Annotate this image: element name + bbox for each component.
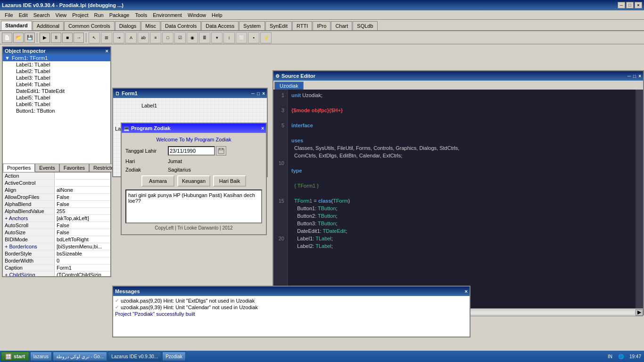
tree-expander[interactable]: ▼ <box>5 55 10 61</box>
taskbar-item-lazarus[interactable]: lazarus <box>30 352 52 361</box>
panel-tool[interactable]: ▪ <box>248 32 259 43</box>
form1-label1: Label1 <box>141 103 157 108</box>
menu-view[interactable]: View <box>53 11 70 19</box>
code-content[interactable]: unit Uzodiak; {$mode objfpc}{$H+} interf… <box>288 90 636 308</box>
line-numbers: 1 3 5 10 15 20 <box>273 90 288 308</box>
menu-environment[interactable]: Environment <box>150 11 185 19</box>
menu-file[interactable]: File <box>2 11 16 19</box>
code-line-5: interface <box>291 122 632 129</box>
menu-package[interactable]: Package <box>107 11 132 19</box>
scroll-tool[interactable]: ↕ <box>223 32 235 43</box>
step-btn[interactable]: → <box>74 33 84 43</box>
zodiak-zodiak-row: Zodiak Sagitarius <box>125 167 262 173</box>
oi-tree-item-button1[interactable]: Button1: TButton <box>3 107 110 114</box>
messages-close-btn[interactable]: × <box>465 288 468 294</box>
new-btn[interactable]: 📄 <box>2 33 12 43</box>
menu-search[interactable]: Search <box>31 11 53 19</box>
tab-tool[interactable]: ⇥ <box>113 32 124 43</box>
prop-activecontrol: ActiveControl <box>3 180 110 187</box>
se-close[interactable]: × <box>638 74 641 79</box>
form1-minimize[interactable]: ─ <box>251 91 255 96</box>
asmara-button[interactable]: Asmara <box>141 175 174 187</box>
start-button[interactable]: 🪟 start <box>1 352 29 361</box>
oi-tree-item-label4[interactable]: Label4: TLabel <box>3 81 110 88</box>
zodiak-date-picker-btn[interactable] <box>216 146 226 156</box>
tab-standard[interactable]: Standard <box>1 21 32 30</box>
oi-tab-properties[interactable]: Properties <box>3 164 35 172</box>
form1-close[interactable]: × <box>262 91 265 96</box>
se-tab-uzodiak[interactable]: Uzodiak <box>274 82 304 90</box>
taskbar: 🪟 start lazarus تري لوكي دروطة - Go... L… <box>0 351 644 362</box>
se-maximize[interactable]: □ <box>633 74 636 79</box>
tab-common-controls[interactable]: Common Controls <box>64 21 115 30</box>
code-line-13: { TForm1 } <box>291 182 632 189</box>
prop-alphablend: AlphaBlend False <box>3 201 110 208</box>
oi-tree-item-dateedit1[interactable]: DateEdit1: TDateEdit <box>3 88 110 94</box>
oi-tree-item-label5[interactable]: Label5: TLabel <box>3 94 110 101</box>
tab-misc[interactable]: Misc <box>141 21 160 30</box>
tab-system[interactable]: System <box>239 21 265 30</box>
se-vertical-scrollbar[interactable] <box>636 90 643 308</box>
tab-sqldb[interactable]: SQLdb <box>353 21 377 30</box>
zodiak-close-btn[interactable]: × <box>261 126 264 131</box>
oi-tree-item-label3[interactable]: Label3: TLabel <box>3 74 110 81</box>
menu-tools[interactable]: Tools <box>132 11 150 19</box>
title-bar: Lazarus IDE v0.9.30.4 - Pzodiak.lpi (deb… <box>0 0 644 10</box>
pointer-tool[interactable]: ↖ <box>89 32 100 43</box>
taskbar-item-lazarusideactive[interactable]: Lazarus IDE v0.9.30... <box>108 352 161 361</box>
tab-rtti[interactable]: RTTI <box>292 21 312 30</box>
menu-project[interactable]: Project <box>69 11 91 19</box>
tab-ipro[interactable]: IPro <box>313 21 330 30</box>
tab-data-controls[interactable]: Data Controls <box>161 21 201 30</box>
se-minimize[interactable]: ─ <box>627 74 631 79</box>
msg-row-1: ✓ uzodiak.pas(9,20) Hint: Unit "ExtDlgs"… <box>115 298 468 304</box>
maximize-button[interactable]: □ <box>626 2 634 8</box>
oi-close-btn[interactable]: × <box>106 48 108 54</box>
save-btn[interactable]: 💾 <box>25 33 35 43</box>
zodiak-tanggal-input[interactable] <box>168 146 215 156</box>
close-button[interactable]: × <box>635 2 642 8</box>
oi-tab-events[interactable]: Events <box>35 164 59 172</box>
oi-tree-item-form1[interactable]: ▼ Form1: TForm1 <box>3 55 110 61</box>
taskbar-item-pzodiak[interactable]: Pzodiak <box>162 352 186 361</box>
btn-tool[interactable]: □ <box>162 32 173 43</box>
run-btn[interactable]: ▶ <box>40 33 50 43</box>
combo-tool[interactable]: ▾ <box>211 32 223 43</box>
tab-data-access[interactable]: Data Access <box>201 21 239 30</box>
grp-tool[interactable]: ⬜ <box>236 32 247 43</box>
stop-btn[interactable]: ■ <box>62 33 73 43</box>
memo-tool[interactable]: ≡ <box>150 32 161 43</box>
align-tool[interactable]: ⊞ <box>101 32 112 43</box>
check-tool[interactable]: ☑ <box>174 32 186 43</box>
taskbar-item-arabic[interactable]: تري لوكي دروطة - Go... <box>53 352 107 361</box>
svg-rect-3 <box>222 148 223 149</box>
prop-childsizing: + ChildSizing (TControlChildSizin <box>3 272 110 276</box>
tab-synedit[interactable]: SynEdit <box>265 21 292 30</box>
menu-run[interactable]: Run <box>91 11 106 19</box>
oi-tab-favorites[interactable]: Favorites <box>59 164 89 172</box>
menu-help[interactable]: Help <box>209 11 225 19</box>
form1-maximize[interactable]: □ <box>257 91 260 96</box>
prop-caption: Caption Form1 <box>3 264 110 272</box>
pause-btn[interactable]: ⏸ <box>51 33 61 43</box>
radio-tool[interactable]: ◉ <box>187 32 198 43</box>
oi-tree-item-label1[interactable]: Label1: TLabel <box>3 61 110 68</box>
edit-tool[interactable]: ab <box>138 32 149 43</box>
keuangan-button[interactable]: Keuangan <box>177 175 210 187</box>
label-tool[interactable]: A <box>125 32 137 43</box>
listbox-tool[interactable]: ≣ <box>199 32 210 43</box>
prop-autoscroll: AutoScroll False <box>3 222 110 229</box>
tab-dialogs[interactable]: Dialogs <box>115 21 141 30</box>
tab-additional[interactable]: Additional <box>33 21 64 30</box>
tab-chart[interactable]: Chart <box>331 21 352 30</box>
menu-window[interactable]: Window <box>185 11 209 19</box>
minimize-button[interactable]: ─ <box>618 2 625 8</box>
hari-baik-button[interactable]: Hari Baik <box>213 175 246 187</box>
scroll-right-btn[interactable]: ▶ <box>636 309 643 316</box>
oi-tree-item-label6[interactable]: Label6: TLabel <box>3 101 110 107</box>
code-line-18: Button3: TButton; <box>291 220 632 227</box>
oi-tree-item-label2[interactable]: Label2: TLabel <box>3 68 110 74</box>
menu-edit[interactable]: Edit <box>16 11 31 19</box>
actionlist-tool[interactable]: ⚡ <box>260 32 272 43</box>
open-btn[interactable]: 📂 <box>13 33 24 43</box>
